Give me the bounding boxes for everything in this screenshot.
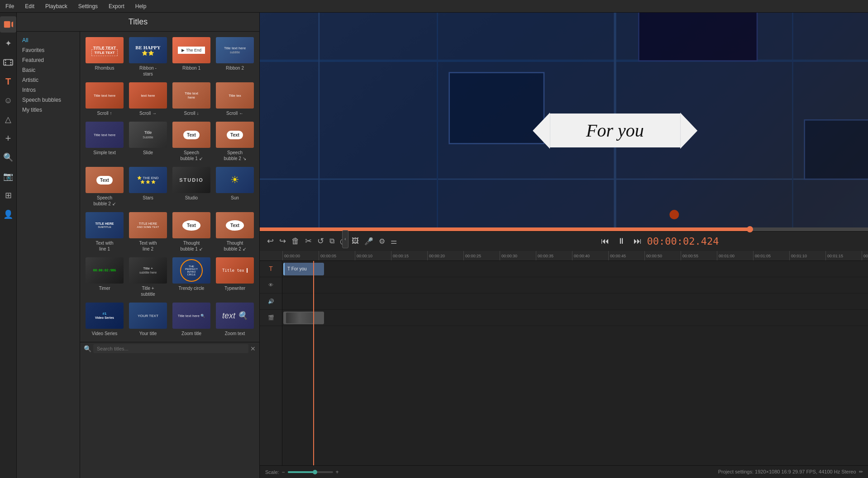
cat-intros[interactable]: Intros: [19, 85, 78, 95]
menu-help[interactable]: Help: [134, 1, 148, 11]
delete-btn[interactable]: 🗑: [290, 235, 301, 248]
cat-speech-bubbles[interactable]: Speech bubbles: [19, 95, 78, 105]
title-thumb-speech2: Text: [216, 122, 254, 148]
menu-edit[interactable]: Edit: [23, 1, 36, 11]
title-typewriter[interactable]: Title tex Typewriter: [214, 256, 256, 299]
title-ribbon1[interactable]: ▶The End Ribbon 1: [171, 35, 212, 79]
search-bar: 🔍 ✕: [80, 342, 259, 355]
title-timer[interactable]: 00:00:02:986 Timer: [84, 256, 125, 299]
track-labels: T 👁 🔊 🎬: [260, 261, 282, 466]
sticker-tool-btn[interactable]: ☺: [0, 92, 16, 109]
cat-featured[interactable]: Featured: [19, 55, 78, 65]
title-thought2[interactable]: Text Thoughtbubble 2 ↙: [214, 210, 256, 254]
shapes-tool-btn[interactable]: △: [0, 111, 16, 128]
titles-body: All Favorites Featured Basic Artistic In…: [17, 32, 259, 478]
svg-rect-6: [10, 62, 12, 63]
title-thought1[interactable]: Text Thoughtbubble 1 ↙: [171, 210, 212, 254]
search-input[interactable]: [93, 344, 248, 353]
video-clip[interactable]: [283, 312, 324, 324]
title-clip-foryou[interactable]: T For you: [283, 263, 324, 275]
progress-bar[interactable]: [260, 227, 868, 231]
title-scroll-left[interactable]: Title tex Scroll ←: [214, 80, 256, 118]
title-scroll-up[interactable]: Title text here Scroll ↑: [84, 80, 125, 118]
title-thumb-thought2: Text: [216, 212, 254, 238]
timeline-area: 00:00:00 00:00:05 00:00:10 00:00:15 00:0…: [260, 251, 868, 466]
skip-fwd-btn[interactable]: ⏭: [631, 235, 644, 248]
title-yourtitle[interactable]: YOUR TEXT Your title: [127, 301, 169, 338]
menu-file[interactable]: File: [4, 1, 16, 11]
cat-artistic[interactable]: Artistic: [19, 75, 78, 85]
title-zoomtitle[interactable]: Title text here 🔍 Zoom title: [171, 301, 212, 338]
title-speech2[interactable]: Text Speechbubble 2 ↘: [214, 120, 256, 163]
titles-header: Titles: [17, 13, 259, 32]
progress-handle[interactable]: [747, 226, 753, 232]
scale-slider[interactable]: [288, 471, 333, 473]
title-scroll-right[interactable]: text here Scroll →: [127, 80, 169, 118]
undo-btn[interactable]: ↩: [265, 234, 276, 248]
play-pause-btn[interactable]: ⏸: [615, 235, 628, 248]
cut-btn[interactable]: ✂: [303, 234, 314, 248]
people-tool-btn[interactable]: 👤: [0, 206, 16, 222]
title-studio[interactable]: STUDIO Studio: [171, 165, 212, 208]
title-label-speech1: Speechbubble 1 ↙: [180, 150, 202, 161]
title-ribbon2[interactable]: Title text heresubtitle Ribbon 2: [214, 35, 256, 79]
title-rhombus[interactable]: TITLE TEXTTITLE TEXT Rhombus: [84, 35, 125, 79]
search-clear-icon[interactable]: ✕: [250, 345, 256, 352]
cat-all[interactable]: All: [19, 35, 78, 45]
mixer-btn[interactable]: ⚌: [389, 235, 399, 247]
title-label-slide: Slide: [143, 150, 153, 156]
duplicate-btn[interactable]: ⧉: [328, 235, 336, 247]
track-label-titles: T: [260, 261, 282, 277]
track-label-eye: 👁: [260, 277, 282, 293]
title-textwl1[interactable]: TITLE HERESUBTITLE Text withline 1: [84, 210, 125, 254]
title-textwl2[interactable]: TITLE HEREAND SOME TEXT Text withline 2: [127, 210, 169, 254]
transport-bar: ↩ ↪ 🗑 ✂ ↺ ⧉ ◑ 🖼 🎤 ⚙ ⚌ ⏮ ⏸ ⏭ 00:00:02.424…: [260, 231, 868, 251]
title-titleplus[interactable]: Title +subtitle here Title +subtitle: [127, 256, 169, 299]
cat-favorites[interactable]: Favorites: [19, 45, 78, 55]
title-speech1[interactable]: Text Speechbubble 1 ↙: [171, 120, 212, 163]
ruler-mark: 00:00:50: [644, 251, 681, 260]
magic-tool-btn[interactable]: ✦: [0, 35, 16, 52]
title-slide[interactable]: TitleSubtitle Slide: [127, 120, 169, 163]
title-ribbon-stars[interactable]: BE HAPPY⭐⭐ Ribbon -stars: [127, 35, 169, 79]
text-tool-btn[interactable]: T: [0, 73, 16, 90]
title-simple[interactable]: Title text here Simple text: [84, 120, 125, 163]
title-speech2b[interactable]: Text Speechbubble 2 ↙: [84, 165, 125, 208]
menu-playback[interactable]: Playback: [43, 1, 69, 11]
footer-bar: Scale: − + Project settings: 1920×1080 1…: [260, 465, 868, 478]
title-thumb-titleplus: Title +subtitle here: [129, 257, 167, 284]
plus-tool-btn[interactable]: +: [0, 130, 16, 147]
settings-btn[interactable]: ⚙: [377, 235, 387, 247]
cat-my-titles[interactable]: My titles: [19, 105, 78, 115]
title-videoseries[interactable]: #1Video Series Video Series: [84, 301, 125, 338]
cat-basic[interactable]: Basic: [19, 65, 78, 75]
collapse-panel-btn[interactable]: ‹: [342, 230, 348, 248]
svg-rect-0: [4, 21, 10, 28]
title-thumb-zoomtitle: Title text here 🔍: [172, 303, 210, 329]
menu-settings[interactable]: Settings: [76, 1, 100, 11]
audio-btn[interactable]: 🎤: [362, 235, 375, 247]
menu-export[interactable]: Export: [107, 1, 126, 11]
image-btn[interactable]: 🖼: [350, 235, 361, 247]
title-trendy[interactable]: THEPERFECTINTROCIRCLE Trendy circle: [171, 256, 212, 299]
video-tool-btn[interactable]: [0, 16, 16, 33]
redo-btn[interactable]: ↪: [277, 234, 288, 248]
title-thumb-speech2b: Text: [86, 167, 124, 193]
title-sun[interactable]: ☀ Sun: [214, 165, 256, 208]
rotate-btn[interactable]: ↺: [315, 234, 326, 248]
title-thumb-typewriter: Title tex: [216, 257, 254, 284]
left-toolbar: ✦ T ☺ △ + 🔍 📷 ⊞ 👤: [0, 13, 17, 478]
camera-tool-btn[interactable]: 📷: [0, 168, 16, 185]
search-tool-btn[interactable]: 🔍: [0, 149, 16, 166]
ruler-mark: 00:00:35: [536, 251, 572, 260]
svg-rect-21: [805, 120, 868, 179]
title-label-titleplus: Title +subtitle: [141, 285, 155, 297]
title-scroll-down[interactable]: Title texthere Scroll ↓: [171, 80, 212, 118]
track-row-eye: [282, 277, 868, 293]
title-stars[interactable]: ⭐ THE END⭐ ⭐ ⭐ Stars: [127, 165, 169, 208]
grid-tool-btn[interactable]: ⊞: [0, 187, 16, 204]
film-tool-btn[interactable]: [0, 54, 16, 71]
title-zoomtext[interactable]: text 🔍 Zoom text: [214, 301, 256, 338]
skip-back-btn[interactable]: ⏮: [598, 235, 612, 248]
title-label-scroll-down: Scroll ↓: [184, 110, 199, 116]
